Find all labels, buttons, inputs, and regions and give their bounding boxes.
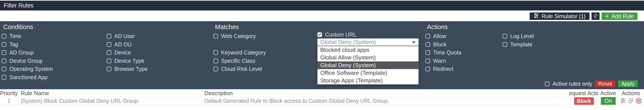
action-option[interactable]: Redirect <box>426 65 502 73</box>
circle-x-icon <box>636 97 642 104</box>
condition-option[interactable]: Device Type <box>107 57 148 65</box>
checkbox[interactable] <box>502 42 507 47</box>
refresh-button[interactable] <box>592 13 600 20</box>
actions-column-1: Allow Block Time Quota Warn <box>426 32 502 73</box>
condition-option[interactable]: AD Group <box>2 48 107 57</box>
dropdown-option[interactable]: Global Deny (System) <box>318 62 418 69</box>
conditions-header: Conditions <box>3 23 148 31</box>
rule-simulate-button[interactable] <box>620 98 626 104</box>
condition-option[interactable]: Sanctioned App <box>2 73 107 82</box>
check-icon <box>318 33 322 36</box>
custom-url-select-value: Global Deny (System) <box>320 39 376 45</box>
apply-button[interactable]: Apply <box>618 80 638 87</box>
custom-url-dropdown: Blocked cloud apps Global Allow (System)… <box>318 46 418 84</box>
custom-url-group: Custom URL Global Deny (System) Blocked … <box>318 32 418 46</box>
checkbox[interactable] <box>426 34 430 38</box>
custom-url-select[interactable]: Global Deny (System) <box>318 38 418 46</box>
dropdown-option[interactable]: Blocked cloud apps <box>318 46 418 54</box>
condition-option[interactable]: Device <box>107 48 148 57</box>
checkbox[interactable] <box>2 34 6 38</box>
custom-url-label: Custom URL <box>325 31 356 38</box>
actions-header: Actions <box>427 23 534 31</box>
matches-section: Matches Web Category Keyword Category <box>214 23 426 73</box>
active-rules-only-option[interactable]: Active rules only <box>545 80 592 88</box>
table-row: 1 (System) Block Custom Global Deny URL … <box>0 97 644 105</box>
rule-actions <box>620 97 642 104</box>
checkbox[interactable] <box>107 50 111 55</box>
checkbox[interactable] <box>107 59 111 63</box>
action-option[interactable]: Time Quota <box>426 48 502 57</box>
rule-delete-button[interactable] <box>636 97 642 104</box>
action-option[interactable]: Warn <box>426 57 502 65</box>
sliders-icon <box>620 98 626 104</box>
sliders-icon <box>534 13 539 20</box>
actions-column-2: Log Level Template <box>502 32 534 73</box>
condition-option[interactable]: Time <box>2 32 107 40</box>
condition-option[interactable]: AD User <box>107 32 148 40</box>
custom-url-option[interactable]: Custom URL <box>318 32 418 37</box>
match-option[interactable]: Cloud Risk Level <box>214 65 318 73</box>
match-option[interactable]: Keyword Category <box>214 48 318 57</box>
active-rules-only-label: Active rules only <box>552 81 592 87</box>
refresh-icon <box>593 13 598 19</box>
active-toggle-button[interactable]: On <box>601 97 616 105</box>
checkbox[interactable] <box>426 42 430 47</box>
match-option[interactable]: Specific Class <box>214 57 318 65</box>
dropdown-option[interactable]: Storage Apps (Template) <box>318 77 418 84</box>
action-option[interactable]: Template <box>502 40 534 49</box>
dropdown-option[interactable]: Global Allow (System) <box>318 54 418 62</box>
add-rule-label: Add Rule <box>611 13 634 19</box>
condition-option[interactable]: Device Group <box>2 57 107 65</box>
rule-priority: 1 <box>0 97 18 105</box>
condition-option[interactable]: Operating System <box>2 65 107 73</box>
action-option[interactable]: Block <box>426 40 502 49</box>
checkbox[interactable] <box>2 75 6 80</box>
checkbox[interactable] <box>107 67 111 71</box>
actions-section: Actions Allow Block Time <box>426 23 534 73</box>
checkbox[interactable] <box>426 50 430 55</box>
checkbox[interactable] <box>214 67 218 71</box>
checkbox[interactable] <box>214 34 218 38</box>
checkbox[interactable] <box>2 67 6 71</box>
checkbox[interactable] <box>426 59 430 63</box>
checkbox[interactable] <box>502 34 507 38</box>
condition-option[interactable]: AD OU <box>107 40 148 49</box>
dropdown-option[interactable]: Office Software (Template) <box>318 69 418 77</box>
match-option[interactable]: Web Category <box>214 32 318 40</box>
title-bar: Filter Rules <box>0 1 644 11</box>
checkbox-checked[interactable] <box>318 32 322 37</box>
condition-option[interactable]: Browser Type <box>107 65 148 73</box>
panel-footer: Active rules only Reset Apply <box>545 80 638 88</box>
conditions-column-1: Time Tag AD Group Device Group <box>2 32 107 81</box>
matches-column-1: Web Category Keyword Category Specific C… <box>214 32 318 73</box>
chevron-down-icon <box>412 41 416 43</box>
column-header-active: Active <box>598 90 618 97</box>
rule-name: (System) Block Custom Global Deny URL Gr… <box>18 97 202 105</box>
add-rule-button[interactable]: + Add Rule <box>602 13 638 20</box>
matches-header: Matches <box>215 23 426 31</box>
condition-option[interactable]: Tag <box>2 40 107 49</box>
checkbox[interactable] <box>214 50 218 55</box>
rule-simulator-button[interactable]: Rule Simulator (1) <box>530 13 589 20</box>
toolbar: Rule Simulator (1) + Add Rule <box>530 13 638 20</box>
checkbox[interactable] <box>107 34 111 38</box>
column-header-request-action: Request Action <box>569 90 598 97</box>
action-option[interactable]: Log Level <box>502 32 534 40</box>
rule-copy-button[interactable] <box>628 98 634 104</box>
checkbox[interactable] <box>426 67 430 71</box>
reset-button[interactable]: Reset <box>595 80 615 87</box>
rule-description: Default Generated Rule to Block access t… <box>202 97 569 105</box>
column-header-description: Description <box>202 90 569 97</box>
checkbox[interactable] <box>2 42 6 47</box>
column-header-priority: Priority <box>0 90 18 97</box>
rule-simulator-label: Rule Simulator (1) <box>542 13 586 19</box>
checkbox[interactable] <box>2 59 6 63</box>
column-header-actions: Actions <box>618 90 644 97</box>
plus-icon: + <box>605 13 609 19</box>
checkbox[interactable] <box>2 50 6 55</box>
checkbox[interactable] <box>214 59 218 63</box>
request-action-badge: Block <box>574 97 594 105</box>
action-option[interactable]: Allow <box>426 32 502 40</box>
checkbox[interactable] <box>545 82 550 86</box>
checkbox[interactable] <box>107 42 111 47</box>
